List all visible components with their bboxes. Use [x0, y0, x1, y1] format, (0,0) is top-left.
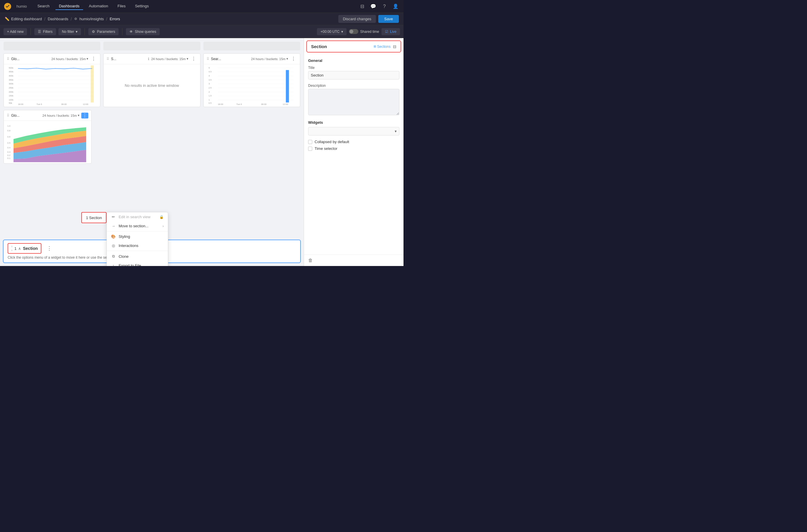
svg-text:150k: 150k [9, 94, 14, 97]
svg-text:200k: 200k [9, 91, 14, 93]
current-page: Errors [110, 17, 120, 21]
ctx-clone[interactable]: ⧉ Clone [107, 252, 168, 261]
widget-sear-menu-btn[interactable]: ⋮ [290, 56, 297, 62]
widget-glo-body: 500k 450k 400k 350k 300k 250k 200k 150k … [4, 64, 100, 107]
widget-card-placeholder3 [203, 42, 300, 51]
show-queries-button[interactable]: 👁 Show queries [126, 28, 160, 35]
chevron-down-icon2: ▾ [341, 30, 343, 34]
ctx-styling[interactable]: 🎨 Styling [107, 232, 168, 241]
collapsed-checkbox[interactable] [308, 140, 312, 144]
parameters-button[interactable]: ⚙ Parameters [88, 28, 118, 35]
svg-text:0.8: 0.8 [7, 129, 10, 132]
drag-handle-icon3[interactable]: ⠿ [207, 57, 209, 61]
org-link[interactable]: humio/insights [79, 17, 104, 21]
live-button[interactable]: ☑ Live [382, 28, 400, 35]
svg-text:450k: 450k [9, 70, 14, 73]
nav-settings[interactable]: Settings [131, 3, 152, 10]
widget-card-placeholder2 [103, 42, 200, 51]
top-nav: humio Search Dashboards Automation Files… [0, 0, 403, 13]
drag-handle-icon[interactable]: ⠿ [7, 57, 10, 61]
widgets-dropdown-field: ▾ [308, 127, 399, 135]
svg-text:5: 5 [208, 66, 209, 69]
widget-s-body: No results in active time window [104, 64, 200, 107]
app-logo [3, 2, 12, 11]
time-selector-checkbox-row[interactable]: Time selector [308, 146, 399, 151]
svg-text:Tue 6: Tue 6 [236, 103, 242, 106]
widgets-dropdown[interactable]: ▾ [308, 127, 399, 135]
title-input[interactable] [308, 71, 399, 79]
collapse-icon[interactable]: ∧ [18, 246, 21, 251]
no-results-text: No results in active time window [125, 83, 179, 88]
ctx-styling-label: Styling [118, 234, 130, 239]
svg-text:06:00: 06:00 [61, 103, 67, 106]
widget-s-no-results: ⠿ S... ℹ 24 hours / buckets: 15m ▾ ⋮ No … [103, 53, 200, 107]
svg-text:2.5: 2.5 [208, 87, 211, 89]
delete-section-icon[interactable]: 🗑 [308, 258, 313, 263]
sort-arrows-icon[interactable]: ↑↓ [11, 245, 13, 252]
chevron-time-icon: ▾ [87, 57, 88, 61]
description-field: Description [308, 83, 399, 116]
chevron-down-icon: ▾ [76, 30, 77, 34]
ctx-export[interactable]: ↑ Export to File [107, 261, 168, 266]
profile-icon[interactable]: 👤 [391, 2, 400, 11]
svg-text:1.0: 1.0 [7, 125, 10, 127]
svg-text:350k: 350k [9, 79, 14, 81]
svg-text:2: 2 [208, 91, 209, 93]
interaction-icon: ◎ [111, 243, 116, 248]
drag-handle-icon4[interactable]: ⠿ [7, 114, 10, 118]
widget-s-menu-btn[interactable]: ⋮ [190, 56, 197, 62]
timezone-label: +00:00 UTC [320, 30, 340, 34]
save-button[interactable]: Save [378, 15, 399, 23]
nav-files[interactable]: Files [114, 3, 129, 10]
nav-dashboards[interactable]: Dashboards [55, 3, 83, 10]
help-icon[interactable]: ? [380, 2, 389, 11]
edit-pencil-icon: ✏️ [5, 17, 10, 21]
nav-automation[interactable]: Automation [86, 3, 112, 10]
section-bar-menu-btn[interactable]: ⋮ [47, 245, 52, 252]
ctx-interactions[interactable]: ◎ Interactions [107, 241, 168, 250]
toggle-knob [349, 30, 353, 34]
widget-row-2: ⠿ Glo... 24 hours / buckets: 15m ▾ ⋮ 1.0… [3, 110, 300, 164]
description-field-label: Description [308, 83, 399, 88]
sep [31, 28, 31, 35]
shared-time-toggle[interactable] [349, 29, 358, 34]
time-selector-checkbox[interactable] [308, 147, 312, 151]
sections-link[interactable]: ⊞ Sections [373, 44, 390, 49]
nav-org[interactable]: humio [16, 4, 27, 8]
chat-icon[interactable]: 💬 [369, 2, 378, 11]
notifications-icon[interactable]: ⊟ [358, 2, 367, 11]
no-filter-label: No filter [62, 30, 74, 34]
collapsed-label: Collapsed by default [315, 139, 349, 144]
nav-search[interactable]: Search [34, 3, 53, 10]
widget-glo2-header: ⠿ Glo... 24 hours / buckets: 15m ▾ ⋮ [4, 110, 91, 121]
widget-row-top [3, 42, 300, 51]
discard-button[interactable]: Discard changes [338, 15, 376, 23]
svg-rect-19 [91, 65, 94, 102]
section-badge-text: 1 Section [86, 215, 102, 220]
widget-glo2-menu-btn[interactable]: ⋮ [81, 113, 88, 118]
section-bar-bordered: ↑↓ 1 ∧ Section [7, 243, 41, 254]
collapsed-checkbox-row[interactable]: Collapsed by default [308, 139, 399, 144]
widget-sear-header: ⠿ Sear... 24 hours / buckets: 15m ▾ ⋮ [204, 54, 300, 64]
widget-sear-time: 24 hours / buckets: 15m ▾ [251, 57, 288, 61]
time-label: 24 hours / buckets: 15m [51, 57, 86, 61]
svg-text:300k: 300k [9, 82, 14, 85]
layout-icon[interactable]: ⊟ [393, 44, 397, 49]
sep1: / [44, 17, 45, 21]
widget-glo2-body: 1.0 0.8 0.6 0.5 0.4 0.3 0.2 0.1 [4, 121, 91, 163]
svg-text:0.3: 0.3 [7, 151, 10, 153]
no-filter-button[interactable]: No filter ▾ [58, 28, 81, 35]
filters-button[interactable]: ☰ Filters [34, 28, 56, 35]
svg-text:0.5: 0.5 [208, 102, 211, 104]
ctx-move-section[interactable]: → Move to section... › [107, 222, 168, 230]
description-textarea[interactable] [308, 89, 399, 115]
widget-glo-area: ⠿ Glo... 24 hours / buckets: 15m ▾ ⋮ 1.0… [3, 110, 92, 164]
timezone-button[interactable]: +00:00 UTC ▾ [317, 28, 347, 35]
widget-glo-menu-btn[interactable]: ⋮ [90, 56, 97, 62]
widget-sear-title: Sear... [211, 57, 250, 61]
dashboards-link[interactable]: Dashboards [48, 17, 68, 21]
params-icon: ⚙ [92, 30, 95, 34]
add-new-button[interactable]: + Add new [3, 28, 27, 35]
drag-handle-icon2[interactable]: ⠿ [107, 57, 109, 61]
svg-text:250k: 250k [9, 87, 14, 89]
